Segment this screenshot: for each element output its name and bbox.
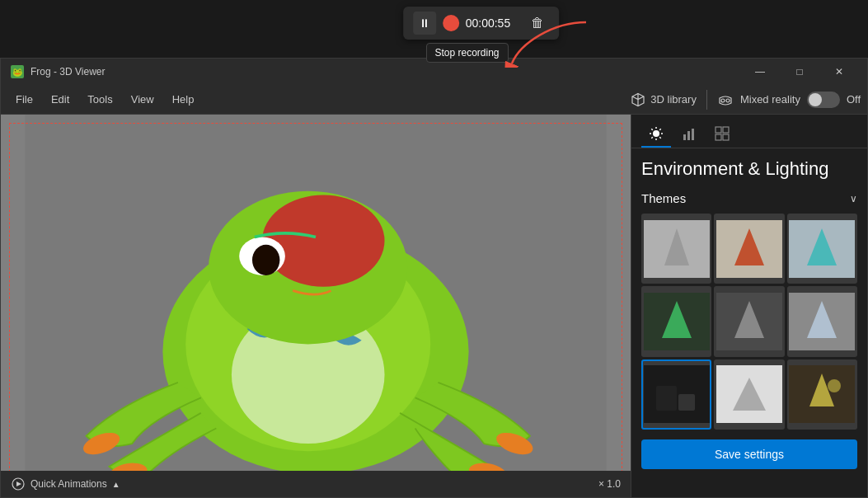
svg-point-17	[653, 130, 659, 137]
theme-cell-1[interactable]	[641, 214, 711, 284]
panel-content: Environment & Lighting Themes ∨	[631, 148, 867, 497]
svg-rect-32	[723, 134, 729, 140]
mixed-reality-control: Mixed reality Off	[717, 92, 861, 108]
svg-rect-46	[656, 386, 677, 411]
theme-cell-5[interactable]	[714, 286, 784, 356]
menu-items: File Edit Tools View Help	[7, 90, 202, 109]
theme-cell-2[interactable]	[714, 214, 784, 284]
svg-rect-30	[723, 127, 729, 133]
save-settings-button[interactable]: Save settings	[641, 439, 857, 469]
lighting-icon	[648, 125, 664, 142]
svg-point-52	[828, 379, 841, 392]
mixed-reality-toggle[interactable]	[807, 92, 840, 108]
svg-point-12	[262, 195, 384, 286]
theme-cell-8[interactable]	[714, 359, 784, 430]
svg-line-22	[651, 129, 653, 130]
svg-line-25	[651, 137, 653, 139]
svg-rect-47	[678, 394, 695, 411]
theme-cell-6[interactable]	[787, 286, 857, 356]
svg-rect-27	[687, 131, 690, 140]
svg-marker-16	[16, 482, 21, 486]
svg-rect-29	[716, 127, 721, 133]
menu-right: 3D library Mixed reality Off	[631, 90, 861, 110]
menu-edit[interactable]: Edit	[43, 90, 77, 109]
theme-cell-7[interactable]	[641, 359, 711, 430]
animation-icon	[11, 477, 26, 491]
svg-rect-28	[692, 129, 694, 140]
stop-record-button[interactable]	[443, 15, 459, 31]
title-bar-left: 🐸 Frog - 3D Viewer	[11, 65, 105, 78]
app-icon: 🐸	[11, 65, 24, 78]
viewport[interactable]: Quick Animations ▲ × 1.0	[1, 115, 631, 497]
theme-cell-4[interactable]	[641, 286, 711, 356]
3d-scene	[1, 115, 631, 497]
chevron-down-icon[interactable]: ∨	[850, 193, 857, 204]
maximize-button[interactable]: □	[781, 59, 818, 85]
separator	[706, 90, 707, 110]
svg-point-14	[252, 245, 279, 275]
themes-section-header: Themes ∨	[641, 191, 857, 205]
stats-icon	[681, 125, 697, 142]
quick-animations-control[interactable]: Quick Animations ▲	[11, 477, 120, 491]
minimize-button[interactable]: —	[742, 59, 778, 85]
svg-line-23	[659, 137, 661, 139]
panel-tabs	[631, 115, 867, 148]
menu-view[interactable]: View	[123, 90, 162, 109]
menu-tools[interactable]: Tools	[79, 90, 120, 109]
menu-help[interactable]: Help	[164, 90, 203, 109]
window-title: Frog - 3D Viewer	[30, 66, 105, 78]
app-window: 🐸 Frog - 3D Viewer — □ ✕ File Edit Tools…	[0, 58, 868, 498]
close-button[interactable]: ✕	[821, 59, 857, 85]
right-panel: Environment & Lighting Themes ∨	[631, 115, 867, 497]
menu-bar: File Edit Tools View Help 3D library	[1, 85, 867, 115]
tab-environment[interactable]	[641, 121, 671, 148]
menu-file[interactable]: File	[7, 90, 41, 109]
themes-label: Themes	[641, 191, 686, 205]
svg-line-24	[659, 129, 661, 130]
tab-stats[interactable]	[674, 121, 704, 148]
theme-cell-3[interactable]	[787, 214, 857, 284]
stop-tooltip: Stop recording	[425, 43, 508, 63]
theme-cell-9[interactable]	[787, 359, 857, 430]
svg-rect-26	[683, 134, 686, 140]
chevron-up-icon: ▲	[112, 480, 120, 489]
svg-point-2	[726, 99, 730, 102]
tab-grid[interactable]	[707, 121, 737, 148]
zoom-level: × 1.0	[598, 478, 621, 490]
themes-grid	[641, 214, 857, 430]
annotation-arrow	[504, 18, 603, 71]
window-controls: — □ ✕	[742, 59, 857, 85]
grid-icon	[714, 125, 730, 142]
3d-library-button[interactable]: 3D library	[631, 92, 697, 107]
content-area: Quick Animations ▲ × 1.0	[1, 115, 867, 497]
pause-button[interactable]: ⏸	[413, 12, 436, 35]
panel-title: Environment & Lighting	[641, 158, 857, 180]
svg-rect-31	[716, 134, 721, 140]
svg-point-1	[721, 99, 725, 102]
viewport-bottom-bar: Quick Animations ▲ × 1.0	[1, 471, 631, 497]
library-icon	[631, 92, 645, 107]
toggle-knob	[809, 93, 822, 106]
mixed-reality-icon	[717, 92, 734, 108]
